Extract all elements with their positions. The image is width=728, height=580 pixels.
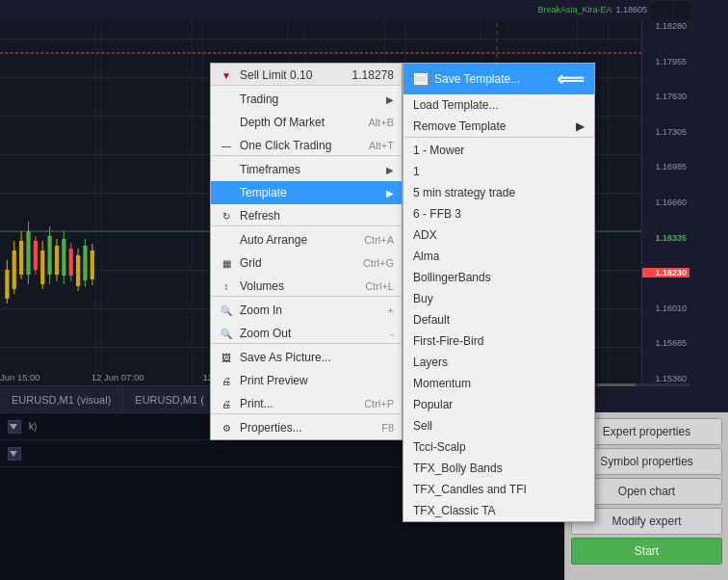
- template-popular[interactable]: Popular: [403, 394, 594, 415]
- trading-icon: [219, 92, 234, 107]
- volumes-shortcut: Ctrl+L: [365, 280, 394, 292]
- template-tfx-bolly[interactable]: TFX_Bolly Bands: [403, 458, 594, 479]
- timeframes-label: Timeframes: [240, 163, 300, 176]
- autoarrange-shortcut: Ctrl+A: [364, 234, 394, 246]
- template-buy[interactable]: Buy: [403, 288, 594, 309]
- menu-item-savepicture[interactable]: 🖼 Save As Picture...: [211, 346, 402, 369]
- menu-item-zoomin[interactable]: 🔍 Zoom In +: [211, 299, 402, 322]
- ea-label: BreakAsia_Kira-EA: [537, 5, 611, 14]
- sell-limit-label: Sell Limit 0.10: [240, 68, 312, 82]
- template-layers[interactable]: Layers: [403, 352, 594, 373]
- load-template-label: Load Template...: [413, 98, 499, 112]
- zoomin-icon: 🔍: [219, 303, 234, 318]
- save-template-item[interactable]: Save Template... ⟸: [403, 64, 594, 94]
- menu-item-zoomout[interactable]: 🔍 Zoom Out -: [211, 322, 402, 344]
- menu-item-autoarrange[interactable]: Auto Arrange Ctrl+A: [211, 228, 402, 251]
- refresh-icon: ↻: [219, 208, 234, 224]
- autoarrange-icon: [219, 232, 234, 248]
- indicator-dropdown-2[interactable]: [8, 447, 21, 461]
- menu-item-template[interactable]: Template ▶: [211, 181, 402, 204]
- trading-arrow: ▶: [386, 94, 394, 105]
- timeframes-arrow: ▶: [386, 165, 394, 175]
- properties-label: Properties...: [240, 421, 302, 435]
- template-file-icon: [413, 72, 429, 86]
- zoomout-shortcut: -: [390, 328, 394, 339]
- adx-label: ADX: [413, 228, 437, 242]
- sell-limit-item[interactable]: ▼ Sell Limit 0.10 1.18278: [211, 64, 402, 86]
- printpreview-label: Print Preview: [240, 374, 308, 387]
- menu-item-grid[interactable]: ▦ Grid Ctrl+G: [211, 251, 402, 275]
- template-tfx-candles[interactable]: TFX_Candles and TFI: [403, 479, 594, 500]
- mower-label: 1 - Mower: [413, 144, 464, 157]
- tab-eurusd-2[interactable]: EURUSD,M1 (: [123, 386, 217, 412]
- print-shortcut: Ctrl+P: [364, 398, 394, 409]
- menu-item-volumes[interactable]: ↕ Volumes Ctrl+L: [211, 275, 402, 297]
- template-submenu: Save Template... ⟸ Load Template... Remo…: [403, 63, 595, 522]
- template-1[interactable]: 1: [403, 161, 594, 182]
- start-button[interactable]: Start: [571, 538, 722, 565]
- menu-item-printpreview[interactable]: 🖨 Print Preview: [211, 369, 402, 392]
- zoomin-shortcut: +: [388, 304, 394, 316]
- template-tfx-classic[interactable]: TFX_Classic TA: [403, 500, 594, 521]
- price-label-1: 1.18280: [642, 21, 689, 31]
- svg-text:12 Jun 07:00: 12 Jun 07:00: [91, 373, 144, 382]
- context-menu: ▼ Sell Limit 0.10 1.18278 Trading ▶ Dept…: [210, 63, 403, 440]
- dropdown-arrow-1: [10, 424, 17, 430]
- dropdown-arrow-2: [10, 451, 17, 457]
- tfx-candles-label: TFX_Candles and TFI: [413, 483, 527, 496]
- printpreview-icon: 🖨: [219, 373, 234, 388]
- template-icon: [219, 185, 234, 200]
- trading-label: Trading: [240, 92, 278, 106]
- sell-icon: ▼: [219, 67, 234, 83]
- oneclick-label: One Click Trading: [240, 139, 331, 152]
- tfx-classic-label: TFX_Classic TA: [413, 504, 496, 517]
- remove-template-item[interactable]: Remove Template ▶: [403, 116, 594, 138]
- menu-item-depth[interactable]: Depth Of Market Alt+B: [211, 111, 402, 134]
- menu-item-refresh[interactable]: ↻ Refresh: [211, 204, 402, 226]
- current-price: 1.18605: [615, 5, 647, 14]
- chart-header: BreakAsia_Kira-EA 1.18605: [0, 0, 651, 19]
- load-template-item[interactable]: Load Template...: [403, 94, 594, 116]
- template-first-fire-bird[interactable]: First-Fire-Bird: [403, 330, 594, 352]
- menu-item-oneclick[interactable]: — One Click Trading Alt+T: [211, 134, 402, 156]
- ffb3-label: 6 - FFB 3: [413, 207, 461, 221]
- menu-item-trading[interactable]: Trading ▶: [211, 88, 402, 111]
- price-label-5: 1.16985: [642, 162, 689, 171]
- sell-label: Sell: [413, 419, 432, 433]
- print-label: Print...: [240, 397, 273, 410]
- sell-limit-value: 1.18278: [352, 68, 394, 82]
- depth-label: Depth Of Market: [240, 116, 325, 129]
- template-bollinger[interactable]: BollingerBands: [403, 267, 594, 288]
- volumes-label: Volumes: [240, 279, 284, 293]
- template-tcci-scalp[interactable]: Tcci-Scalp: [403, 436, 594, 458]
- template-mower[interactable]: 1 - Mower: [403, 140, 594, 161]
- template-default[interactable]: Default: [403, 309, 594, 330]
- zoomout-icon: 🔍: [219, 326, 234, 341]
- indicator-label-1: k): [29, 421, 37, 432]
- remove-template-arrow: ▶: [576, 119, 585, 133]
- properties-icon: ⚙: [219, 420, 234, 435]
- momentum-label: Momentum: [413, 377, 471, 390]
- save-template-label: Save Template...: [434, 72, 520, 86]
- template-momentum[interactable]: Momentum: [403, 373, 594, 394]
- first-fire-bird-label: First-Fire-Bird: [413, 334, 483, 348]
- price-label-6: 1.16660: [642, 198, 689, 207]
- strategy-trade-label: 5 min strategy trade: [413, 186, 515, 199]
- menu-item-print[interactable]: 🖨 Print... Ctrl+P: [211, 392, 402, 414]
- oneclick-shortcut: Alt+T: [369, 140, 394, 151]
- indicator-dropdown-1[interactable]: [8, 420, 21, 434]
- template-strategy-trade[interactable]: 5 min strategy trade: [403, 182, 594, 203]
- template-ffb3[interactable]: 6 - FFB 3: [403, 203, 594, 224]
- oneclick-icon: —: [219, 138, 234, 153]
- template-alma[interactable]: Alma: [403, 246, 594, 267]
- price-axis: 1.18280 1.17955 1.17630 1.17305 1.16985 …: [641, 19, 689, 385]
- menu-item-properties[interactable]: ⚙ Properties... F8: [211, 416, 402, 439]
- price-label-3: 1.17630: [642, 92, 689, 101]
- tfx-bolly-label: TFX_Bolly Bands: [413, 461, 503, 475]
- template-adx[interactable]: ADX: [403, 224, 594, 246]
- template-sell[interactable]: Sell: [403, 415, 594, 436]
- autoarrange-label: Auto Arrange: [240, 233, 307, 247]
- properties-shortcut: F8: [381, 422, 394, 434]
- tab-eurusd-visual[interactable]: EURUSD,M1 (visual): [0, 386, 123, 412]
- menu-item-timeframes[interactable]: Timeframes ▶: [211, 158, 402, 181]
